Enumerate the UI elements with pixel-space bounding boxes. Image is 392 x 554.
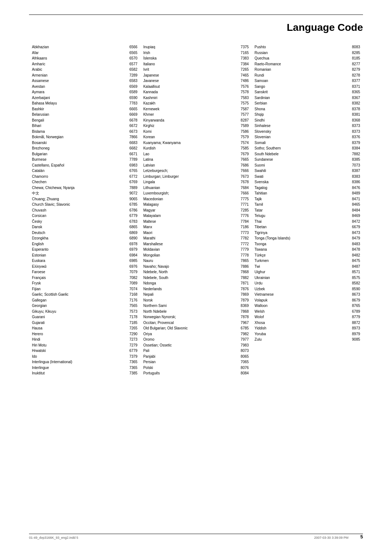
language-code: 8076 (236, 365, 249, 371)
language-code: 7383 (236, 56, 249, 61)
language-name: Shqip (254, 112, 347, 118)
list-item: Burmese7789 (32, 157, 138, 163)
list-item: Chamorro6772 (32, 174, 138, 180)
list-item: Komi7586 (143, 129, 249, 135)
language-name: Faroese (32, 269, 125, 275)
language-code: 7784 (236, 219, 249, 225)
list-item: Irish7165 (143, 50, 249, 56)
language-code: 6779 (125, 348, 138, 354)
list-item: Sotho; Southern8384 (254, 145, 360, 151)
language-name: Tatar (254, 208, 347, 213)
language-code: 7186 (236, 224, 249, 230)
list-item: Bengali6678 (32, 118, 138, 123)
language-code: 7868 (236, 269, 249, 275)
list-item: Bokmål, Norwegian7866 (32, 134, 138, 140)
language-name: Íslenska (143, 56, 236, 61)
language-code: 7982 (236, 331, 249, 337)
language-code: 7265 (236, 67, 249, 73)
language-code: 6569 (125, 84, 138, 90)
columns-container: Abkhazian6566Afar6565Afrikaans6570Amhari… (29, 44, 363, 376)
language-name: Gaelic; Scottish Gaelic (32, 292, 125, 297)
language-name: Oromo (143, 337, 236, 342)
language-name: Hindi (32, 337, 125, 342)
language-code: 7565 (125, 303, 138, 309)
list-item: Kernewek7587 (143, 106, 249, 112)
language-name: Pali (143, 348, 236, 354)
list-item: English6978 (32, 241, 138, 247)
language-name: Kannada (143, 89, 236, 95)
language-code: 7866 (125, 134, 138, 140)
language-code: 6582 (125, 67, 138, 73)
language-code: 7365 (125, 359, 138, 365)
list-item: Ndonga7871 (143, 280, 249, 286)
language-name: Hrwatski (32, 348, 125, 354)
list-item: Luxembourgish;7666 (143, 190, 249, 196)
list-item: Vietnamese8673 (254, 292, 360, 297)
language-name: Macedonian (143, 196, 236, 202)
language-name: Ελληνικά (32, 264, 125, 270)
language-code: 8478 (347, 247, 360, 253)
language-code: 6673 (125, 129, 138, 135)
language-code: 9065 (125, 196, 138, 202)
language-code: 8083 (347, 44, 360, 50)
language-name: Maori (143, 230, 236, 236)
list-item: Limburgan; Limburger7673 (143, 174, 249, 180)
language-code: 7289 (125, 73, 138, 78)
language-name: Inupiaq (143, 44, 236, 50)
list-item: Azerbaijani6590 (32, 95, 138, 101)
language-name: Samoan (254, 78, 347, 84)
language-name: Assamese (32, 78, 125, 84)
list-item: Armenian7289 (32, 73, 138, 78)
language-code: 6589 (125, 89, 138, 95)
list-item: Kazakh7575 (143, 100, 249, 106)
language-code: 6682 (125, 145, 138, 151)
language-name: Português (143, 370, 236, 376)
language-name: Mongolian (143, 253, 236, 258)
language-name: Bengali (32, 118, 125, 123)
list-item: Maori7773 (143, 230, 249, 236)
list-item: Tahitian8489 (254, 190, 360, 196)
list-item: Kalaallisut7576 (143, 84, 249, 90)
language-code: 8278 (347, 73, 360, 78)
language-code: 8073 (236, 348, 249, 354)
language-name: Romanian (254, 67, 347, 73)
list-item: Korean7579 (143, 134, 249, 140)
language-code: 7983 (236, 342, 249, 348)
language-name: Occitan; Provencal (143, 320, 236, 326)
list-item: Uzbek8590 (254, 286, 360, 292)
language-code: 8386 (347, 179, 360, 185)
language-name: Latvian (143, 163, 236, 168)
language-name: Xhosa (254, 320, 347, 326)
language-code: 7265 (125, 325, 138, 331)
list-item: Kannada7578 (143, 89, 249, 95)
list-item: Malagasy7771 (143, 202, 249, 208)
language-code: 8479 (347, 235, 360, 241)
language-code: 7185 (125, 320, 138, 326)
language-name: Zulu (254, 337, 347, 342)
language-name: Bahasa Melayu (32, 100, 125, 106)
language-code: 8472 (347, 219, 360, 225)
language-name: Hausa (32, 325, 125, 331)
language-code: 7574 (236, 140, 249, 146)
language-code: 8872 (347, 320, 360, 326)
list-item: Telugu8469 (254, 213, 360, 219)
language-name: Pushto (254, 44, 347, 50)
language-code: 7868 (236, 309, 249, 315)
list-item: Inuktitut7385 (32, 370, 138, 376)
language-code: 6669 (125, 112, 138, 118)
language-name: Old Bulgarian; Old Slavonic (143, 325, 236, 331)
language-name: Javanese (143, 78, 236, 84)
language-code: 8383 (347, 174, 360, 180)
language-code: 8368 (347, 118, 360, 123)
list-item: Tigrinya8473 (254, 230, 360, 236)
border-top (29, 15, 363, 15)
list-item: Lao7679 (143, 151, 249, 157)
list-item: Northern Sami8369 (143, 303, 249, 309)
language-code: 8673 (347, 292, 360, 297)
list-item: Nauru7865 (143, 258, 249, 264)
list-item: Yoruba8979 (254, 331, 360, 337)
list-item: Kinyarwanda8287 (143, 118, 249, 123)
list-item: Nederlands7876 (143, 286, 249, 292)
list-item: Latina7665 (143, 157, 249, 163)
language-name: Shona (254, 106, 347, 112)
